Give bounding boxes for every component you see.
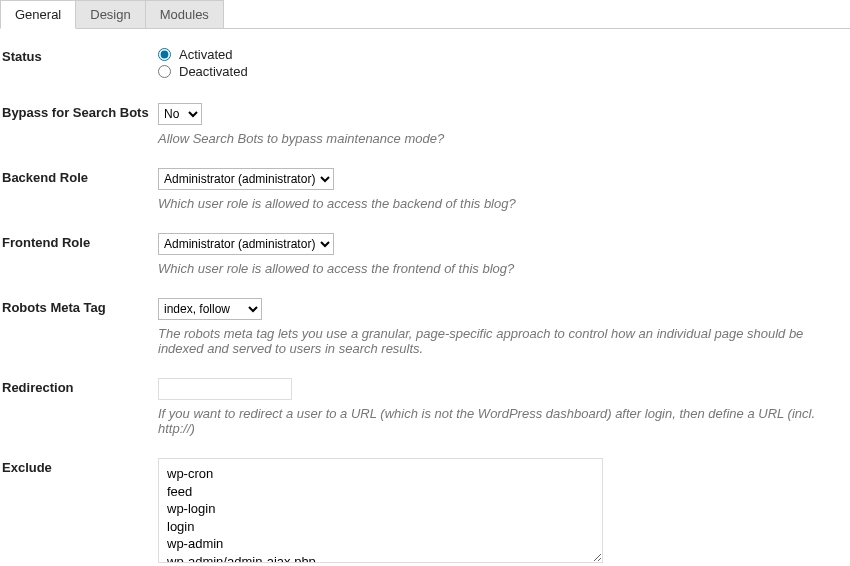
status-deactivated-label: Deactivated xyxy=(179,64,248,79)
bypass-label: Bypass for Search Bots xyxy=(2,103,158,120)
settings-form: Status Activated Deactivated Bypass for … xyxy=(0,29,850,566)
backend-role-label: Backend Role xyxy=(2,168,158,185)
backend-role-select[interactable]: Administrator (administrator) xyxy=(158,168,334,190)
status-radio-activated[interactable] xyxy=(158,48,171,61)
status-radio-deactivated[interactable] xyxy=(158,65,171,78)
frontend-role-select[interactable]: Administrator (administrator) xyxy=(158,233,334,255)
tab-modules[interactable]: Modules xyxy=(145,0,224,28)
bypass-desc: Allow Search Bots to bypass maintenance … xyxy=(158,131,848,146)
frontend-role-label: Frontend Role xyxy=(2,233,158,250)
redirection-input[interactable] xyxy=(158,378,292,400)
redirection-desc: If you want to redirect a user to a URL … xyxy=(158,406,848,436)
backend-role-desc: Which user role is allowed to access the… xyxy=(158,196,848,211)
bypass-select[interactable]: No xyxy=(158,103,202,125)
frontend-role-desc: Which user role is allowed to access the… xyxy=(158,261,848,276)
robots-desc: The robots meta tag lets you use a granu… xyxy=(158,326,848,356)
exclude-textarea[interactable] xyxy=(158,458,603,563)
status-activated-label: Activated xyxy=(179,47,232,62)
exclude-label: Exclude xyxy=(2,458,158,475)
robots-select[interactable]: index, follow xyxy=(158,298,262,320)
robots-label: Robots Meta Tag xyxy=(2,298,158,315)
tab-general[interactable]: General xyxy=(0,0,76,29)
redirection-label: Redirection xyxy=(2,378,158,395)
status-label: Status xyxy=(2,47,158,64)
tabs: General Design Modules xyxy=(0,0,850,29)
tab-design[interactable]: Design xyxy=(75,0,145,28)
